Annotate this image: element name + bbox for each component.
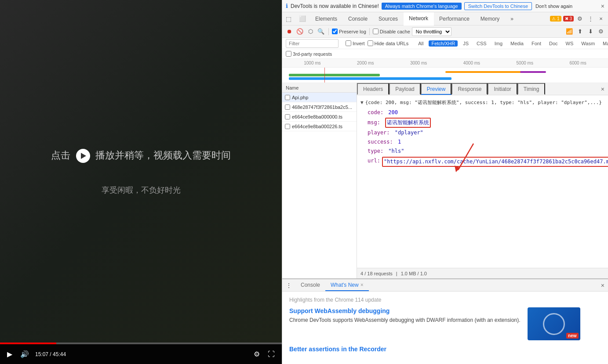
hide-data-urls-label[interactable]: Hide data URLs bbox=[368, 40, 409, 46]
json-player-key: player: bbox=[368, 130, 390, 136]
drawer-tab-console[interactable]: Console bbox=[295, 279, 325, 291]
detail-tab-initiator[interactable]: Initiator bbox=[488, 83, 517, 95]
preserve-log-label[interactable]: Preserve log bbox=[332, 29, 366, 34]
request-row-ts2[interactable]: e664ce9e8ba000226.ts bbox=[282, 122, 357, 131]
filter-wasm[interactable]: Wasm bbox=[579, 40, 597, 47]
filter-all[interactable]: All bbox=[415, 40, 426, 47]
request-row-468e[interactable]: 468e28747f3f72861ba2c5... bbox=[282, 102, 357, 112]
json-player-row: player: "dplayer" bbox=[368, 129, 604, 137]
network-toolbar: ⏺ 🚫 ⬡ 🔍 Preserve log Disable cache No th… bbox=[282, 25, 608, 38]
match-language-button[interactable]: Always match Chrome's language bbox=[382, 3, 462, 10]
switch-devtools-button[interactable]: Switch DevTools to Chinese bbox=[464, 2, 532, 10]
invert-checkbox[interactable] bbox=[346, 40, 351, 46]
detail-close-button[interactable]: × bbox=[597, 83, 608, 95]
whats-new-text-2: Better assertions in the Recorder bbox=[289, 346, 386, 354]
toolbar-separator2 bbox=[369, 28, 370, 35]
detail-tab-preview[interactable]: Preview bbox=[421, 83, 452, 95]
tab-device[interactable]: ⬜ bbox=[295, 12, 310, 25]
filter-js[interactable]: JS bbox=[460, 40, 471, 47]
json-msg-row: msg: 诺讯智能解析系统 bbox=[368, 118, 604, 128]
wifi-icon-button[interactable]: 📶 bbox=[565, 27, 574, 36]
toolbar-separator bbox=[328, 28, 329, 35]
detail-tab-response[interactable]: Response bbox=[451, 83, 488, 95]
volume-button[interactable]: 🔊 bbox=[18, 349, 31, 359]
third-party-checkbox[interactable] bbox=[286, 51, 291, 57]
timeline-mark-5: 5000 ms bbox=[498, 61, 551, 65]
detail-tab-timing[interactable]: Timing bbox=[517, 83, 546, 95]
progress-bar[interactable] bbox=[0, 342, 282, 344]
svg-marker-1 bbox=[455, 166, 460, 172]
export-button[interactable]: ⬇ bbox=[586, 27, 595, 36]
req-checkbox-ts1[interactable] bbox=[285, 114, 290, 119]
req-checkbox-api[interactable] bbox=[285, 95, 290, 100]
whats-new-close-icon[interactable]: × bbox=[360, 282, 364, 288]
devtools-close-button[interactable]: × bbox=[597, 14, 605, 23]
request-row-ts1[interactable]: e664ce9e8ba000000.ts bbox=[282, 112, 357, 122]
tab-performance[interactable]: Performance bbox=[434, 12, 475, 25]
preserve-log-checkbox[interactable] bbox=[332, 29, 338, 34]
warning-badge: ⚠ 1 bbox=[550, 16, 561, 22]
play-button[interactable]: ▶ bbox=[5, 349, 14, 359]
drawer-close-all-button[interactable]: × bbox=[597, 279, 608, 291]
json-msg-value: 诺讯智能解析系统 bbox=[385, 119, 431, 126]
timeline-bar-4 bbox=[520, 71, 546, 73]
drawer-menu-button[interactable]: ⋮ bbox=[282, 279, 295, 291]
filter-fetch-xhr[interactable]: Fetch/XHR bbox=[429, 40, 458, 47]
detail-tab-payload[interactable]: Payload bbox=[389, 83, 420, 95]
dont-show-again-link[interactable]: Don't show again bbox=[535, 4, 572, 9]
clear-button[interactable]: 🚫 bbox=[295, 27, 304, 36]
throttle-select[interactable]: No throttling bbox=[412, 27, 451, 36]
filter-media[interactable]: Media bbox=[508, 40, 526, 47]
json-collapse-icon[interactable]: ▼ bbox=[360, 99, 364, 107]
devtools-more-button[interactable]: ⋮ bbox=[586, 14, 595, 23]
filter-img[interactable]: Img bbox=[492, 40, 505, 47]
network-settings-button[interactable]: ⚙ bbox=[597, 27, 605, 36]
progress-fill bbox=[0, 342, 56, 344]
filter-font[interactable]: Font bbox=[529, 40, 544, 47]
devtools-tabs: ⬚ ⬜ Elements Console Sources Network Per… bbox=[282, 12, 608, 25]
drawer-tab-whats-new[interactable]: What's New × bbox=[325, 279, 369, 291]
tab-more[interactable]: » bbox=[505, 12, 519, 25]
timeline-bar-2 bbox=[289, 77, 452, 80]
detail-tabs: Headers Payload Preview Response Initiat… bbox=[357, 83, 608, 95]
search-network-button[interactable]: 🔍 bbox=[317, 27, 325, 36]
disable-cache-checkbox[interactable] bbox=[373, 29, 379, 34]
filter-input[interactable] bbox=[286, 39, 339, 48]
whats-new-thumb-1: new bbox=[528, 307, 580, 340]
json-code-key: code: bbox=[368, 109, 383, 115]
request-row-api[interactable]: Api.php bbox=[282, 93, 357, 102]
filter-css[interactable]: CSS bbox=[474, 40, 489, 47]
request-list-header: Name bbox=[282, 83, 357, 93]
disable-cache-label[interactable]: Disable cache bbox=[373, 29, 410, 34]
hide-data-urls-checkbox[interactable] bbox=[368, 40, 373, 46]
tab-memory[interactable]: Memory bbox=[475, 12, 505, 25]
filter-ws[interactable]: WS bbox=[563, 40, 576, 47]
third-party-label[interactable]: 3rd-party requests bbox=[286, 51, 332, 57]
json-player-value: "dplayer" bbox=[395, 130, 423, 136]
tab-console[interactable]: Console bbox=[343, 12, 373, 25]
devtools-settings-button[interactable]: ⚙ bbox=[575, 14, 584, 23]
video-main: 点击 播放并稍等，视频载入需要时间 享受闲暇，不负好时光 bbox=[0, 0, 282, 344]
fullscreen-button[interactable]: ⛶ bbox=[266, 350, 277, 359]
record-button[interactable]: ⏺ bbox=[285, 27, 294, 36]
timeline-bar-3 bbox=[445, 71, 527, 73]
tab-sources[interactable]: Sources bbox=[373, 12, 404, 25]
filter-manifest[interactable]: Manifest bbox=[600, 40, 608, 47]
settings-button[interactable]: ⚙ bbox=[252, 349, 262, 359]
import-button[interactable]: ⬆ bbox=[575, 27, 584, 36]
filter-button[interactable]: ⬡ bbox=[306, 27, 315, 36]
tab-network[interactable]: Network bbox=[404, 12, 434, 25]
req-checkbox-ts2[interactable] bbox=[285, 124, 290, 129]
network-filter: Invert Hide data URLs All Fetch/XHR JS C… bbox=[282, 38, 608, 49]
json-type-value: "hls" bbox=[388, 148, 404, 154]
invert-checkbox-label[interactable]: Invert bbox=[346, 40, 365, 46]
filter-doc[interactable]: Doc bbox=[546, 40, 561, 47]
banner-close-icon[interactable]: × bbox=[601, 3, 604, 10]
video-sub-text: 享受闲暇，不负好时光 bbox=[102, 185, 181, 195]
timeline-bars bbox=[282, 68, 608, 83]
req-name-ts1: e664ce9e8ba000000.ts bbox=[292, 114, 354, 119]
tab-cursor[interactable]: ⬚ bbox=[282, 12, 295, 25]
tab-elements[interactable]: Elements bbox=[310, 12, 343, 25]
req-checkbox-468e[interactable] bbox=[285, 105, 290, 110]
detail-tab-headers[interactable]: Headers bbox=[357, 83, 389, 95]
